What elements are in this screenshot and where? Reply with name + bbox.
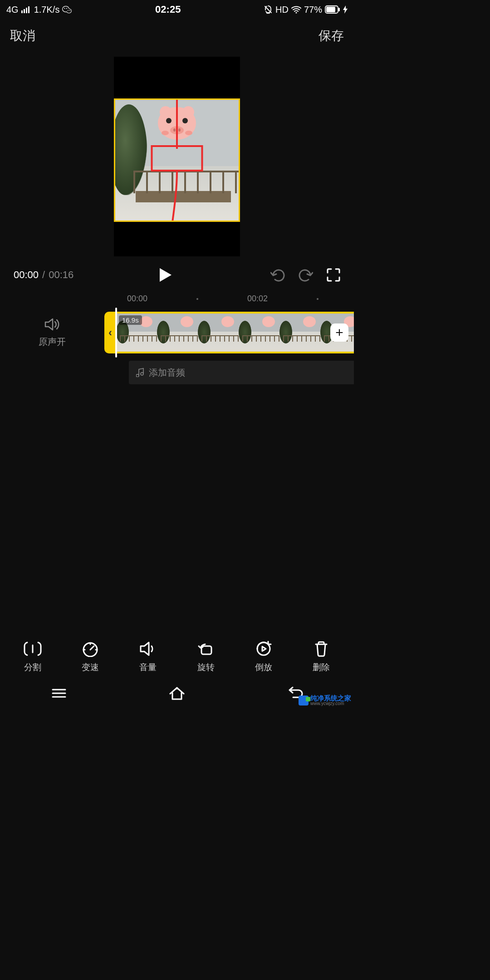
tool-label: 音量 (139, 662, 157, 673)
nav-menu-icon[interactable] (51, 687, 67, 700)
tool-label: 旋转 (197, 662, 215, 673)
speed-label: 1.7K/s (34, 5, 60, 15)
bottom-toolbar: 分割 变速 音量 旋转 倒放 删除 (0, 641, 354, 673)
tool-delete[interactable]: 删除 (296, 641, 346, 673)
tool-label: 变速 (82, 662, 99, 673)
original-sound-toggle[interactable]: 原声开 (0, 318, 104, 348)
svg-rect-14 (326, 7, 335, 12)
time-sep: / (42, 269, 45, 281)
selected-frame[interactable] (114, 98, 240, 222)
annotation-rect (151, 145, 203, 172)
annotation-arrow-up (172, 98, 182, 149)
timeline-ruler: 00:00 00:02 (0, 294, 354, 304)
add-audio-button[interactable]: 添加音频 (129, 361, 354, 384)
hd-label: HD (275, 5, 289, 15)
ruler-t1: 00:02 (247, 294, 268, 304)
clip-strip[interactable]: ‹ 16.9s + (104, 312, 354, 353)
clip-duration-badge: 16.9s (119, 315, 142, 325)
current-time: 00:00 (14, 269, 39, 281)
save-button[interactable]: 保存 (318, 27, 344, 44)
battery-pct: 77% (304, 5, 322, 15)
watermark: 纯净系统之家 www.ycwjzy.com (299, 695, 351, 706)
tool-rotate[interactable]: 旋转 (181, 641, 231, 673)
svg-rect-2 (26, 8, 27, 13)
clip-frames[interactable] (116, 312, 354, 353)
sound-label: 原声开 (0, 336, 104, 348)
svg-point-10 (68, 10, 69, 11)
status-time: 02:25 (155, 4, 181, 15)
ruler-t0: 00:00 (127, 294, 147, 304)
nav-home-icon[interactable] (168, 686, 186, 701)
svg-rect-15 (338, 8, 340, 11)
svg-point-19 (176, 687, 178, 690)
status-left: 4G 1.7K/s (6, 5, 72, 15)
frame-thumb (239, 314, 279, 352)
music-icon (136, 368, 144, 377)
watermark-icon (299, 696, 309, 706)
ruler-dot (196, 298, 198, 300)
network-label: 4G (6, 5, 19, 15)
tool-label: 倒放 (255, 662, 272, 673)
total-time: 00:16 (49, 269, 74, 281)
fullscreen-button[interactable] (327, 268, 340, 282)
mute-icon (264, 5, 273, 14)
speaker-icon (44, 318, 60, 331)
battery-icon (325, 5, 340, 14)
clip-left-handle[interactable]: ‹ (104, 312, 116, 353)
signal-icon (21, 6, 31, 13)
speed-icon (81, 641, 99, 657)
add-audio-label: 添加音频 (149, 367, 185, 379)
status-bar: 4G 1.7K/s 02:25 HD 77% (0, 0, 354, 19)
svg-rect-0 (21, 10, 23, 13)
tool-volume[interactable]: 音量 (123, 641, 173, 673)
tool-split[interactable]: 分割 (8, 641, 58, 673)
play-button[interactable] (159, 267, 172, 283)
svg-point-7 (63, 6, 69, 12)
split-icon (24, 641, 42, 657)
frame-thumb (279, 314, 320, 352)
svg-point-12 (295, 12, 297, 13)
tool-reverse[interactable]: 倒放 (239, 641, 289, 673)
redo-button[interactable] (299, 268, 313, 282)
tool-label: 分割 (24, 662, 41, 673)
svg-point-11 (69, 10, 70, 11)
charging-icon (343, 5, 348, 14)
playhead[interactable] (115, 308, 117, 358)
tool-speed[interactable]: 变速 (65, 641, 115, 673)
ruler-dot (317, 298, 318, 300)
delete-icon (312, 641, 330, 657)
tool-label: 删除 (313, 662, 330, 673)
svg-point-9 (66, 8, 67, 9)
video-canvas (114, 57, 240, 256)
video-preview[interactable] (0, 54, 354, 259)
rotate-icon (197, 641, 215, 657)
annotation-arrow-down (163, 172, 191, 222)
watermark-cn: 纯净系统之家 (310, 695, 351, 701)
svg-rect-3 (28, 6, 29, 13)
timeline: 原声开 ‹ 16.9s + (0, 311, 354, 354)
reverse-icon (255, 641, 273, 657)
svg-point-8 (64, 8, 65, 9)
add-clip-button[interactable]: + (330, 323, 348, 342)
frame-thumb (157, 314, 198, 352)
volume-icon (139, 641, 157, 657)
editor-header: 取消 保存 (0, 19, 354, 50)
status-right: HD 77% (264, 5, 348, 15)
cancel-button[interactable]: 取消 (10, 27, 35, 44)
undo-button[interactable] (270, 268, 285, 282)
playback-bar: 00:00 / 00:16 (0, 262, 354, 288)
watermark-url: www.ycwjzy.com (310, 701, 351, 706)
svg-rect-1 (24, 9, 25, 13)
frame-thumb (198, 314, 239, 352)
time-display: 00:00 / 00:16 (14, 269, 74, 281)
wechat-icon (62, 5, 72, 14)
wifi-icon (291, 5, 301, 14)
